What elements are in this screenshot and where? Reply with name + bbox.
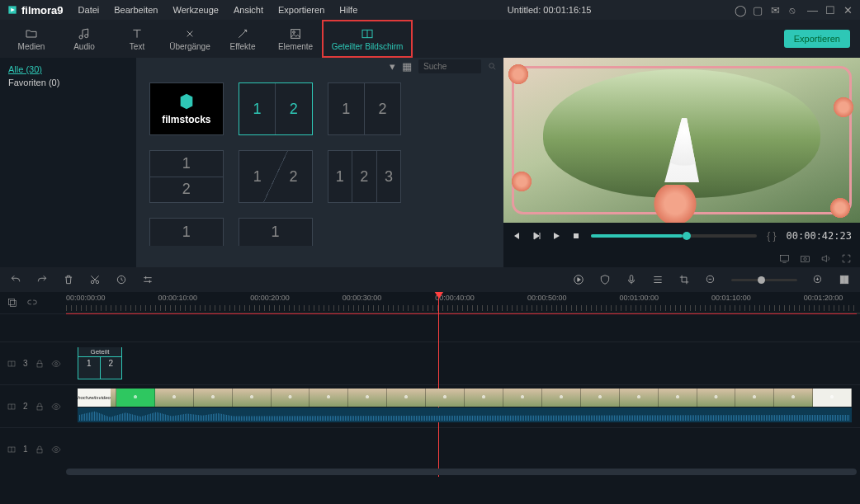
tile-partial-a[interactable]: 1 (149, 218, 224, 246)
tile-filmstocks[interactable]: filmstocks (149, 82, 224, 135)
zoom-slider[interactable] (731, 279, 797, 281)
clip-split-screen[interactable]: Geteilt 12 (78, 347, 122, 379)
copy-icon[interactable] (7, 297, 18, 309)
sliders-icon[interactable] (142, 274, 154, 285)
menu-exportieren[interactable]: Exportieren (272, 5, 331, 15)
menu-datei[interactable]: Datei (72, 5, 106, 15)
app-version: 9 (57, 4, 63, 16)
eye-icon[interactable] (51, 445, 61, 455)
tile-stack-1-2[interactable]: 12 (149, 150, 224, 203)
preview-progress-slider[interactable] (591, 234, 757, 238)
maximize-icon[interactable]: ☐ (825, 5, 835, 15)
tile-split-1-2[interactable]: 12 (328, 82, 402, 135)
menu-werkzeuge[interactable]: Werkzeuge (166, 5, 224, 15)
play-circle-icon[interactable] (573, 274, 584, 285)
split-icon[interactable] (7, 402, 17, 412)
play-icon[interactable] (551, 231, 561, 241)
menu-ansicht[interactable]: Ansicht (227, 5, 270, 15)
crop-icon[interactable] (678, 274, 690, 285)
sidebar-item-favoriten[interactable]: Favoriten (0) (8, 76, 128, 89)
clip-title-thumb[interactable]: hochzeitsvideo (78, 389, 111, 407)
timeline-ruler[interactable]: 00:00:00:00 00:00:10:00 00:00:20:00 00:0… (66, 292, 860, 313)
doc-timecode: 00:01:16:15 (543, 5, 591, 15)
lock-icon[interactable] (35, 445, 45, 455)
tab-uebergaenge[interactable]: Übergänge (163, 20, 216, 58)
minimize-icon[interactable]: — (807, 5, 817, 15)
stack-icon[interactable] (652, 274, 664, 285)
zoom-out-icon[interactable] (705, 274, 716, 285)
tab-audio[interactable]: Audio (58, 20, 111, 58)
mic-icon[interactable] (626, 274, 637, 285)
tile-split-1-2-selected[interactable]: 12 (239, 82, 313, 135)
svg-point-1 (293, 31, 295, 33)
play-pause-icon[interactable] (532, 231, 541, 241)
tab-effekte[interactable]: Effekte (216, 20, 269, 58)
timeline-scrollbar[interactable] (66, 469, 857, 475)
tile-split-1-2-3[interactable]: 123 (328, 150, 402, 203)
volume-icon[interactable] (820, 253, 831, 264)
lock-icon[interactable] (35, 402, 45, 412)
tab-geteilter-label: Geteilter Bildschirm (332, 42, 404, 51)
svg-rect-17 (11, 301, 17, 307)
chevron-down-icon[interactable]: ▾ (390, 61, 395, 72)
eye-icon[interactable] (51, 359, 61, 369)
preview-panel: { } 00:00:42:23 (503, 58, 860, 267)
unlink-icon[interactable] (26, 297, 38, 309)
marker-icon[interactable] (116, 274, 127, 285)
clip-label: Geteilt (78, 347, 121, 357)
eye-icon[interactable] (51, 402, 61, 412)
svg-rect-18 (8, 299, 14, 304)
sidebar-item-alle[interactable]: Alle (30) (8, 63, 128, 76)
export-button[interactable]: Exportieren (784, 30, 850, 48)
shield-icon[interactable] (599, 274, 611, 285)
brace-markers[interactable]: { } (767, 230, 776, 242)
send-to-monitor-icon[interactable] (779, 253, 790, 264)
panel-toggle-icon[interactable] (839, 274, 850, 285)
ruler-tick: 00:00:20:00 (250, 294, 290, 302)
tab-text[interactable]: Text (111, 20, 163, 58)
prev-icon[interactable] (512, 231, 522, 241)
redo-icon[interactable] (36, 274, 48, 285)
video-clip[interactable] (78, 389, 852, 407)
search-icon[interactable] (488, 62, 497, 71)
ruler-tick: 00:01:10:00 (711, 294, 751, 302)
delete-icon[interactable] (63, 274, 74, 285)
timeline: 00:00:00:00 00:00:10:00 00:00:20:00 00:0… (0, 292, 860, 477)
camera-icon[interactable] (800, 253, 810, 264)
track-number: 1 (23, 445, 28, 454)
tab-uebergaenge-label: Übergänge (169, 42, 210, 51)
grid-view-icon[interactable]: ▦ (402, 61, 412, 72)
timeline-actionbar (0, 267, 860, 292)
search-input[interactable] (418, 59, 481, 73)
stop-icon[interactable] (571, 231, 581, 241)
menu-bearbeiten[interactable]: Bearbeiten (107, 5, 164, 15)
tile-diag-1-2[interactable]: 12 (239, 150, 313, 203)
tab-geteilter-bildschirm[interactable]: Geteilter Bildschirm (322, 20, 413, 58)
split-icon[interactable] (7, 445, 17, 455)
svg-rect-23 (37, 406, 42, 410)
ruler-tick: 00:01:20:00 (804, 294, 843, 302)
split-icon[interactable] (7, 359, 17, 369)
tab-medien[interactable]: Medien (5, 20, 58, 58)
tab-elemente-label: Elemente (278, 42, 313, 51)
preview-canvas[interactable] (503, 58, 860, 223)
svg-rect-26 (37, 449, 42, 453)
flower-icon (646, 185, 704, 223)
zoom-in-icon[interactable] (812, 274, 824, 285)
flower-icon (829, 196, 852, 219)
ruler-tick: 00:00:10:00 (158, 294, 198, 302)
cut-icon[interactable] (89, 274, 101, 285)
lock-icon[interactable] (35, 359, 45, 369)
save-icon[interactable]: ▢ (753, 5, 763, 15)
mic-icon[interactable]: ⍉ (789, 5, 799, 15)
audio-clip[interactable] (78, 407, 852, 422)
close-icon[interactable]: ✕ (843, 5, 853, 15)
user-icon[interactable]: ◯ (735, 5, 744, 15)
tab-elemente[interactable]: Elemente (269, 20, 322, 58)
menu-hilfe[interactable]: Hilfe (333, 5, 364, 15)
undo-icon[interactable] (10, 274, 21, 285)
flower-icon (832, 96, 855, 119)
mail-icon[interactable]: ✉ (771, 5, 781, 15)
tile-partial-b[interactable]: 1 (239, 218, 313, 246)
fullscreen-icon[interactable] (841, 253, 852, 264)
